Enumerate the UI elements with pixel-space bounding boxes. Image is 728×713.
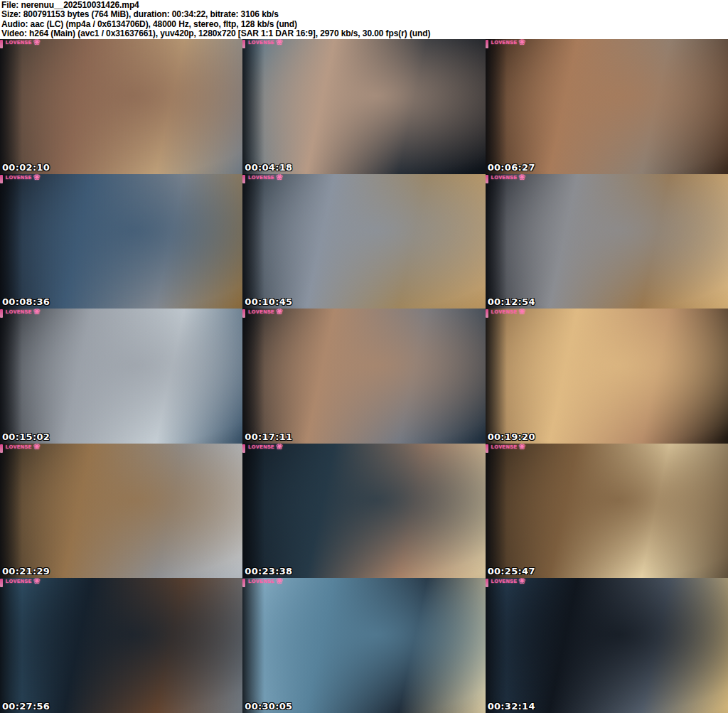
watermark-label: Lovense [491,175,518,181]
lovense-watermark: Lovense ❀ [486,309,526,318]
lovense-flower-icon: ❀ [519,444,526,450]
lovense-watermark: Lovense ❀ [486,444,526,453]
lovense-watermark: Lovense ❀ [242,175,283,183]
watermark-label: Lovense [248,444,274,450]
watermark-sparkle-icon [242,40,245,48]
watermark-sparkle-icon [486,579,488,587]
thumbnail-timestamp: 00:17:11 [245,431,292,442]
watermark-sparkle-icon [242,579,245,587]
thumbnail-timestamp: 00:21:29 [2,566,50,577]
watermark-label: Lovense [491,579,518,584]
watermark-sparkle-icon [486,309,488,318]
video-thumbnail: Lovense ❀ 00:32:14 [486,578,728,713]
lovense-flower-icon: ❀ [276,309,283,315]
video-contact-sheet: File: nerenuu__202510031426.mp4 Size: 80… [0,0,728,713]
watermark-sparkle-icon [486,444,488,453]
watermark-label: Lovense [248,40,274,45]
lovense-watermark: Lovense ❀ [0,40,41,48]
watermark-label: Lovense [248,579,274,584]
video-thumbnail: Lovense ❀ 00:25:47 [486,444,728,579]
thumbnail-timestamp: 00:04:18 [245,162,292,173]
thumbnail-timestamp: 00:19:20 [488,431,535,442]
metadata-line-file: File: nerenuu__202510031426.mp4 [1,1,728,10]
video-thumbnail: Lovense ❀ 00:06:27 [486,39,728,174]
watermark-label: Lovense [491,40,518,45]
lovense-flower-icon: ❀ [33,444,41,450]
thumbnail-timestamp: 00:08:36 [2,296,50,307]
thumbnail-timestamp: 00:02:10 [2,162,50,173]
thumbnail-timestamp: 00:15:02 [2,431,50,442]
watermark-label: Lovense [6,309,32,315]
watermark-sparkle-icon [0,579,3,587]
video-thumbnail: Lovense ❀ 00:21:29 [0,444,242,579]
thumbnail-timestamp: 00:30:05 [245,701,292,712]
video-thumbnail: Lovense ❀ 00:17:11 [242,309,485,444]
lovense-flower-icon: ❀ [33,309,41,315]
watermark-label: Lovense [6,175,32,181]
lovense-watermark: Lovense ❀ [486,40,526,48]
lovense-flower-icon: ❀ [33,578,41,584]
lovense-flower-icon: ❀ [519,309,526,315]
watermark-sparkle-icon [242,309,245,318]
lovense-watermark: Lovense ❀ [242,40,283,48]
thumbnail-timestamp: 00:25:47 [488,566,535,577]
watermark-sparkle-icon [0,40,3,48]
lovense-flower-icon: ❀ [33,174,41,181]
video-thumbnail: Lovense ❀ 00:23:38 [242,444,485,579]
thumbnail-grid: Lovense ❀ 00:02:10 Lovense ❀ 00:04:18 Lo… [0,39,728,713]
lovense-watermark: Lovense ❀ [0,444,41,453]
thumbnail-timestamp: 00:23:38 [245,566,292,577]
lovense-flower-icon: ❀ [276,174,283,181]
lovense-flower-icon: ❀ [276,578,283,584]
watermark-sparkle-icon [486,175,488,183]
watermark-label: Lovense [491,444,518,450]
video-thumbnail: Lovense ❀ 00:19:20 [486,309,728,444]
video-thumbnail: Lovense ❀ 00:12:54 [486,174,728,309]
watermark-sparkle-icon [242,175,245,183]
video-thumbnail: Lovense ❀ 00:08:36 [0,174,242,309]
lovense-watermark: Lovense ❀ [0,579,41,587]
watermark-sparkle-icon [0,175,3,183]
metadata-line-size: Size: 800791153 bytes (764 MiB), duratio… [1,10,728,19]
thumbnail-timestamp: 00:06:27 [488,162,535,173]
video-thumbnail: Lovense ❀ 00:15:02 [0,309,242,444]
watermark-label: Lovense [248,175,274,181]
lovense-flower-icon: ❀ [519,174,526,181]
thumbnail-timestamp: 00:10:45 [245,296,292,307]
lovense-flower-icon: ❀ [33,39,41,45]
watermark-sparkle-icon [0,444,3,453]
video-thumbnail: Lovense ❀ 00:04:18 [242,39,485,174]
lovense-watermark: Lovense ❀ [242,309,283,318]
thumbnail-timestamp: 00:32:14 [488,701,535,712]
watermark-label: Lovense [248,309,274,315]
lovense-flower-icon: ❀ [276,444,283,450]
watermark-sparkle-icon [486,40,488,48]
file-metadata-header: File: nerenuu__202510031426.mp4 Size: 80… [0,0,728,39]
video-thumbnail: Lovense ❀ 00:10:45 [242,174,485,309]
lovense-flower-icon: ❀ [276,39,283,45]
video-thumbnail: Lovense ❀ 00:02:10 [0,39,242,174]
lovense-watermark: Lovense ❀ [242,579,283,587]
watermark-label: Lovense [6,579,32,584]
watermark-sparkle-icon [242,444,245,453]
lovense-flower-icon: ❀ [519,39,526,45]
lovense-watermark: Lovense ❀ [486,175,526,183]
lovense-watermark: Lovense ❀ [0,309,41,318]
lovense-watermark: Lovense ❀ [0,175,41,183]
watermark-label: Lovense [6,40,32,45]
thumbnail-timestamp: 00:27:56 [2,701,50,712]
video-thumbnail: Lovense ❀ 00:30:05 [242,578,485,713]
watermark-label: Lovense [6,444,32,450]
lovense-watermark: Lovense ❀ [486,579,526,587]
lovense-watermark: Lovense ❀ [242,444,283,453]
video-thumbnail: Lovense ❀ 00:27:56 [0,578,242,713]
watermark-sparkle-icon [0,309,3,318]
metadata-line-video: Video: h264 (Main) (avc1 / 0x31637661), … [1,29,728,38]
lovense-flower-icon: ❀ [519,578,526,584]
watermark-label: Lovense [491,309,518,315]
metadata-line-audio: Audio: aac (LC) (mp4a / 0x6134706D), 480… [1,20,728,29]
thumbnail-timestamp: 00:12:54 [488,296,535,307]
